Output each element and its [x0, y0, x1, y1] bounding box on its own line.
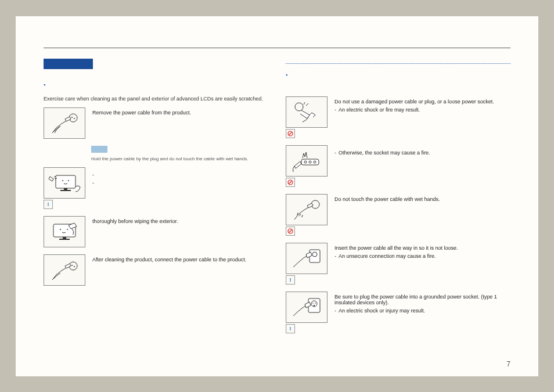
svg-point-1 — [71, 117, 73, 118]
warn-text: -Otherwise, the socket may cause a fire. — [334, 145, 510, 156]
info-icon: ! — [286, 275, 295, 285]
ground-plug-icon — [290, 295, 323, 319]
two-column-layout: ▪ Exercise care when cleaning as the pan… — [44, 59, 510, 365]
info-text: Insert the power cable all the way in so… — [334, 243, 510, 259]
step-text: thoroughly before wiping the exterior. — [92, 216, 268, 224]
illustration: ! — [286, 243, 328, 285]
illustration: ! — [286, 292, 328, 333]
illustration — [286, 194, 328, 236]
info-icon: ! — [286, 324, 295, 333]
step-reconnect: After cleaning the product, connect the … — [44, 254, 268, 286]
wet-hand-plug-icon — [290, 197, 323, 222]
info-icon: ! — [44, 200, 53, 209]
damaged-plug-icon — [290, 100, 323, 124]
illustration — [44, 107, 85, 139]
note-label-icon — [91, 146, 107, 153]
svg-rect-3 — [56, 175, 75, 188]
info-grounded-socket: ! Be sure to plug the power cable into a… — [286, 292, 510, 333]
svg-rect-11 — [63, 237, 66, 239]
prohibit-icon — [286, 178, 295, 187]
svg-rect-4 — [64, 188, 67, 190]
warn-damaged-cable: Do not use a damaged power cable or plug… — [286, 96, 510, 138]
step-text: After cleaning the product, connect the … — [92, 254, 268, 262]
svg-line-20 — [289, 132, 292, 135]
subsection-dot: ▪ — [286, 72, 510, 78]
left-column: ▪ Exercise care when cleaning as the pan… — [44, 59, 268, 365]
info-insert-fully: ! Insert the power cable all the way in … — [286, 243, 510, 285]
svg-point-2 — [74, 118, 75, 119]
prohibit-icon — [286, 226, 295, 236]
prohibit-icon — [286, 129, 295, 138]
plug-in-icon — [48, 258, 81, 282]
svg-point-6 — [62, 180, 63, 181]
illustration — [286, 145, 328, 187]
step-spray-cloth: ! - - — [44, 167, 268, 209]
manual-page: ▪ Exercise care when cleaning as the pan… — [16, 16, 538, 376]
step-wipe: thoroughly before wiping the exterior. — [44, 216, 268, 247]
step-remove-cable: Remove the power cable from the product. — [44, 107, 268, 139]
svg-point-16 — [71, 265, 73, 266]
warn-text: Do not use a damaged power cable or plug… — [334, 96, 510, 113]
illustration — [286, 96, 328, 138]
step-note-block: Hold the power cable by the plug and do … — [91, 146, 268, 161]
illustration — [44, 254, 85, 286]
insert-plug-icon — [290, 246, 323, 271]
page-number: 7 — [506, 360, 510, 368]
svg-line-26 — [289, 181, 292, 184]
warn-wet-hands: Do not touch the power cable with wet ha… — [286, 194, 510, 236]
cleaning-intro: Exercise care when cleaning as the panel… — [44, 96, 268, 102]
step-text: Remove the power cable from the product. — [92, 107, 268, 116]
section-heading-bar — [44, 59, 93, 69]
subsection-dot: ▪ — [44, 82, 268, 88]
unplug-icon — [48, 111, 81, 135]
svg-rect-12 — [59, 239, 70, 240]
dotted-divider — [286, 63, 510, 64]
illustration: ! — [44, 167, 85, 209]
svg-point-34 — [312, 303, 314, 304]
svg-point-14 — [67, 229, 68, 230]
svg-point-13 — [60, 229, 61, 230]
svg-point-35 — [315, 303, 316, 304]
info-text: Be sure to plug the power cable into a g… — [334, 292, 510, 314]
illustration — [44, 216, 85, 247]
step-text: - - — [92, 167, 268, 186]
step-note: Hold the power cable by the plug and do … — [91, 156, 268, 161]
warn-overload-socket: -Otherwise, the socket may cause a fire. — [286, 145, 510, 187]
svg-rect-36 — [314, 305, 315, 306]
svg-point-18 — [295, 103, 303, 111]
top-rule — [44, 48, 510, 48]
powerstrip-fire-icon — [290, 149, 323, 173]
warn-text: Do not touch the power cable with wet ha… — [334, 194, 510, 202]
svg-point-17 — [74, 266, 75, 267]
svg-point-7 — [68, 180, 69, 181]
right-column: ▪ Do not use a damaged power cable or pl… — [286, 59, 510, 365]
monitor-spray-icon — [48, 171, 81, 195]
svg-line-29 — [289, 230, 292, 233]
wipe-monitor-icon — [48, 220, 81, 244]
svg-rect-5 — [60, 190, 71, 191]
